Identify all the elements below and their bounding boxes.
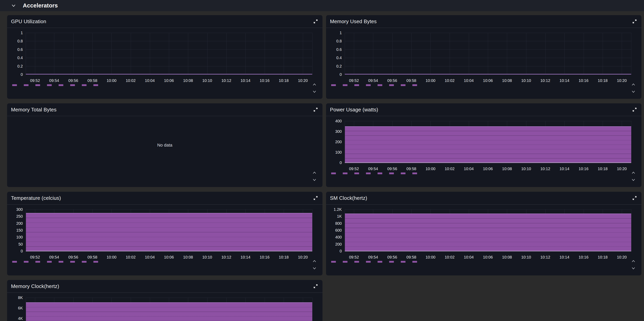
- expand-arrows-icon[interactable]: [632, 18, 638, 24]
- legend-series-dash[interactable]: [24, 261, 28, 263]
- legend-series-dash[interactable]: [389, 84, 394, 86]
- legend-series-dash[interactable]: [401, 84, 406, 86]
- legend-series-dash[interactable]: [82, 84, 86, 86]
- x-axis-tick-label: 09:56: [383, 255, 402, 260]
- y-axis-tick-label: 0.6: [7, 47, 23, 52]
- legend-series-dash[interactable]: [36, 84, 40, 86]
- legend-series-dash[interactable]: [12, 84, 17, 86]
- legend-series-dash[interactable]: [401, 261, 406, 263]
- x-axis-tick-label: 10:16: [574, 166, 593, 171]
- y-axis-tick-label: 4K: [7, 316, 23, 321]
- legend-series-dash[interactable]: [331, 172, 336, 174]
- legend-series-dash[interactable]: [94, 261, 98, 263]
- legend-series-dash[interactable]: [354, 261, 359, 263]
- legend-series-dash[interactable]: [389, 261, 394, 263]
- accelerators-section-header[interactable]: Accelerators: [0, 0, 644, 11]
- gridline-horizontal: [26, 49, 312, 50]
- gridline-vertical: [526, 33, 526, 74]
- x-axis-tick-label: 09:56: [64, 78, 83, 83]
- legend-series-dash[interactable]: [354, 84, 359, 86]
- legend-series-dash[interactable]: [36, 261, 40, 263]
- gridline-horizontal: [345, 121, 631, 121]
- x-axis-tick-label: 09:54: [45, 78, 64, 83]
- x-axis-tick-label: 09:54: [364, 255, 382, 260]
- legend-series-dash[interactable]: [24, 84, 28, 86]
- y-axis-tick-label: 1: [326, 30, 342, 35]
- legend-scroll-down-button[interactable]: [630, 266, 636, 271]
- panel-memory-used-bytes: 10.80.60.40.2009:5209:5409:5609:5810:001…: [326, 15, 642, 99]
- x-axis-tick-label: 10:00: [102, 78, 121, 83]
- expand-arrows-icon[interactable]: [632, 107, 638, 113]
- expand-arrows-icon[interactable]: [313, 107, 318, 113]
- legend-scroll-down-button[interactable]: [630, 89, 636, 94]
- x-axis-tick-label: 10:00: [421, 255, 440, 260]
- y-axis-tick-label: 0.4: [326, 55, 342, 60]
- legend-scroll-up-button[interactable]: [630, 259, 636, 264]
- legend-series-dash[interactable]: [58, 84, 63, 86]
- legend-series-dash[interactable]: [378, 84, 382, 86]
- x-axis-tick-label: 10:10: [198, 78, 217, 83]
- legend-series-dash[interactable]: [366, 84, 371, 86]
- legend-series-dash[interactable]: [412, 261, 417, 263]
- y-axis-tick-label: 8K: [7, 295, 23, 300]
- gridline-vertical: [450, 33, 450, 74]
- legend-series-dash[interactable]: [378, 261, 382, 263]
- gridline-horizontal: [345, 33, 631, 33]
- y-axis-tick-label: 100: [7, 235, 23, 240]
- x-axis-tick-label: 10:12: [536, 166, 555, 171]
- legend-series-dash[interactable]: [331, 261, 336, 263]
- legend-scroll-up-button[interactable]: [630, 171, 636, 176]
- gridline-vertical: [354, 33, 354, 74]
- gridline-horizontal: [26, 66, 312, 66]
- legend-series-dash[interactable]: [47, 261, 52, 263]
- x-axis-tick-label: 10:16: [574, 78, 593, 83]
- x-axis-baseline: [26, 251, 312, 251]
- gridline-horizontal: [345, 41, 631, 41]
- legend-series-dash[interactable]: [343, 172, 348, 174]
- legend-series-dash[interactable]: [331, 84, 336, 86]
- legend-series-dash[interactable]: [70, 84, 75, 86]
- expand-arrows-icon[interactable]: [313, 18, 318, 24]
- legend-scroll-up-button[interactable]: [312, 82, 318, 87]
- legend-series-dash[interactable]: [343, 261, 348, 263]
- gridline-vertical: [284, 33, 284, 74]
- legend-series-dash[interactable]: [12, 261, 17, 263]
- y-axis-tick-label: 100: [326, 150, 342, 155]
- legend-scroll-down-button[interactable]: [312, 89, 318, 94]
- expand-arrows-icon[interactable]: [632, 195, 638, 201]
- legend-series-dash[interactable]: [389, 172, 394, 174]
- legend-series-dash[interactable]: [82, 261, 86, 263]
- legend-series-dash[interactable]: [401, 172, 406, 174]
- legend-series-dash[interactable]: [366, 261, 371, 263]
- legend-series-dash[interactable]: [58, 261, 63, 263]
- x-axis-tick-label: 10:14: [555, 166, 574, 171]
- x-axis-tick-label: 09:54: [45, 255, 64, 260]
- x-axis-tick-label: 10:08: [178, 255, 198, 260]
- legend-series-dash[interactable]: [47, 84, 52, 86]
- y-axis-tick-label: 6K: [7, 306, 23, 311]
- legend-series-dash[interactable]: [378, 172, 382, 174]
- legend-scroll-up-button[interactable]: [630, 82, 636, 87]
- expand-arrows-icon[interactable]: [313, 195, 318, 201]
- legend-scroll-down-button[interactable]: [312, 178, 318, 183]
- expand-arrows-icon[interactable]: [313, 283, 318, 289]
- legend-series-dash[interactable]: [412, 84, 417, 86]
- x-axis-tick-label: 09:52: [26, 78, 44, 83]
- x-axis-tick-label: 09:58: [83, 255, 102, 260]
- x-axis-tick-label: 10:04: [459, 166, 478, 171]
- y-axis-tick-label: 250: [7, 214, 23, 219]
- legend-series-dash[interactable]: [94, 84, 98, 86]
- legend-series-dash[interactable]: [354, 172, 359, 174]
- legend-scroll-down-button[interactable]: [312, 266, 318, 271]
- panel-header: Memory Used Bytes: [326, 15, 642, 28]
- legend-series-dash[interactable]: [70, 261, 75, 263]
- legend-scroll-down-button[interactable]: [630, 178, 636, 183]
- legend-series-dash[interactable]: [412, 172, 417, 174]
- legend-scroll-up-button[interactable]: [312, 259, 318, 264]
- stacked-area-series: [345, 126, 631, 163]
- legend-series-dash[interactable]: [366, 172, 371, 174]
- chevron-down-icon[interactable]: [12, 3, 16, 8]
- legend-series-dash[interactable]: [343, 84, 348, 86]
- legend-scroll-up-button[interactable]: [312, 171, 318, 176]
- gridline-vertical: [265, 33, 265, 74]
